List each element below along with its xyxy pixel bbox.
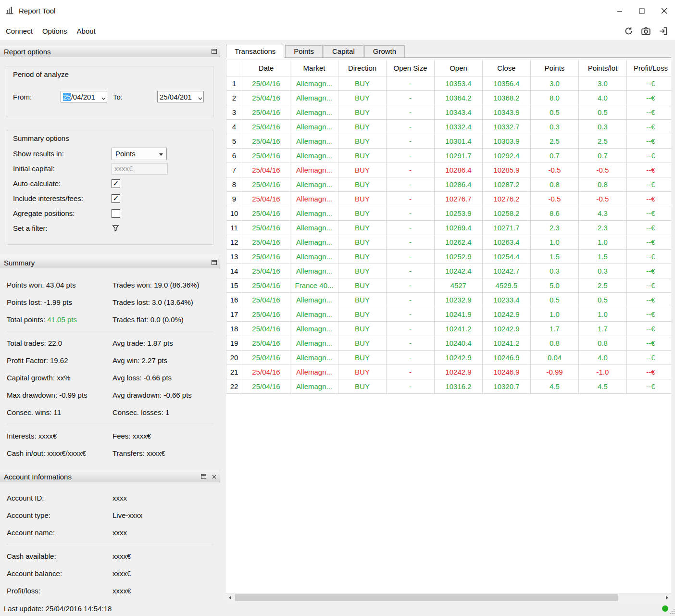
direction-cell: BUY [338, 293, 387, 307]
account-row: Account ID: xxxx [0, 489, 220, 506]
to-date-select[interactable]: 25/04/201 [157, 91, 204, 102]
last-update-text: Last update: 25/04/2016 14:54:18 [4, 604, 112, 613]
app-icon [5, 5, 14, 16]
table-row[interactable]: 20 25/04/16 Allemagn... BUY - 10242.9 10… [226, 351, 672, 365]
market-cell: Allemagn... [290, 163, 338, 177]
menu-item[interactable]: Options [38, 24, 72, 38]
report-options-header[interactable]: Report options [0, 46, 220, 57]
table-row[interactable]: 6 25/04/16 Allemagn... BUY - 10291.7 102… [226, 149, 672, 163]
table-header-cell[interactable]: Close [483, 60, 531, 76]
table-row[interactable]: 10 25/04/16 Allemagn... BUY - 10253.9 10… [226, 206, 672, 221]
table-header-cell[interactable]: Market [290, 60, 338, 76]
summary-body: Points won: 43.04 pts Trades won: 19.0 (… [0, 268, 220, 468]
filter-icon[interactable] [112, 224, 120, 232]
direction-cell: BUY [338, 250, 387, 264]
close-button[interactable] [653, 0, 675, 22]
open-cell: 10262.4 [435, 235, 483, 250]
table-header-cell[interactable]: Profit/Loss [627, 60, 672, 76]
tab[interactable]: Transactions [226, 45, 284, 58]
date-cell: 25/04/16 [242, 351, 290, 365]
include-interests-checkbox[interactable] [112, 194, 120, 203]
table-body: 1 25/04/16 Allemagn... BUY - 10353.4 103… [226, 76, 672, 394]
table-row[interactable]: 17 25/04/16 Allemagn... BUY - 10241.9 10… [226, 307, 672, 322]
tab[interactable]: Points [285, 45, 323, 57]
date-cell: 25/04/16 [242, 134, 290, 149]
divider [7, 331, 213, 331]
menu-item[interactable]: About [72, 24, 100, 38]
profit-loss-cell: --€ [627, 206, 672, 221]
date-text: /04/201 [71, 93, 95, 101]
float-panel-icon[interactable] [211, 259, 217, 266]
tab[interactable]: Growth [364, 45, 405, 57]
table-row[interactable]: 12 25/04/16 Allemagn... BUY - 10262.4 10… [226, 235, 672, 250]
table-header-cell[interactable] [226, 60, 242, 76]
table-row[interactable]: 14 25/04/16 Allemagn... BUY - 10242.4 10… [226, 264, 672, 278]
table-header-cell[interactable]: Direction [338, 60, 387, 76]
auto-calculate-checkbox[interactable] [112, 179, 120, 188]
table-row[interactable]: 18 25/04/16 Allemagn... BUY - 10241.2 10… [226, 322, 672, 336]
resize-grip[interactable] [670, 607, 675, 616]
maximize-button[interactable] [631, 0, 653, 22]
table-row[interactable]: 7 25/04/16 Allemagn... BUY - 10286.4 102… [226, 163, 672, 177]
agregate-positions-checkbox[interactable] [112, 209, 120, 218]
float-panel-icon[interactable] [211, 48, 217, 55]
export-icon[interactable] [657, 25, 669, 37]
show-results-select[interactable]: Points [112, 148, 167, 160]
table-header-cell[interactable]: Points/lot [579, 60, 627, 76]
table-row[interactable]: 8 25/04/16 Allemagn... BUY - 10286.4 102… [226, 177, 672, 192]
direction-cell: BUY [338, 91, 387, 105]
open-size-cell: - [387, 149, 435, 163]
table-row[interactable]: 1 25/04/16 Allemagn... BUY - 10353.4 103… [226, 76, 672, 91]
profit-loss-cell: --€ [627, 192, 672, 206]
camera-icon[interactable] [639, 25, 652, 37]
menu-item[interactable]: Connect [1, 24, 38, 38]
open-size-cell: - [387, 379, 435, 394]
table-row[interactable]: 9 25/04/16 Allemagn... BUY - 10276.7 102… [226, 192, 672, 206]
float-panel-icon[interactable] [200, 473, 207, 480]
table-row[interactable]: 11 25/04/16 Allemagn... BUY - 10269.4 10… [226, 221, 672, 235]
open-cell: 10242.4 [435, 264, 483, 278]
menubar: ConnectOptionsAbout [0, 22, 675, 40]
transactions-table: DateMarketDirectionOpen SizeOpenClosePoi… [226, 60, 671, 394]
points-cell: 2.3 [531, 221, 579, 235]
tab[interactable]: Capital [324, 45, 363, 57]
initial-capital-input[interactable] [112, 163, 168, 175]
table-row[interactable]: 21 25/04/16 Allemagn... BUY - 10242.9 10… [226, 365, 672, 379]
close-panel-icon[interactable] [211, 473, 217, 480]
points-lot-cell: 0.3 [579, 120, 627, 134]
table-row[interactable]: 22 25/04/16 Allemagn... BUY - 10316.2 10… [226, 379, 672, 394]
horizontal-scrollbar[interactable] [226, 593, 671, 601]
scroll-right-arrow-icon[interactable] [663, 593, 671, 602]
refresh-icon[interactable] [622, 25, 635, 37]
table-row[interactable]: 3 25/04/16 Allemagn... BUY - 10343.4 103… [226, 105, 672, 120]
table-row[interactable]: 15 25/04/16 France 40... BUY - 4527 4529… [226, 278, 672, 293]
close-cell: 10263.4 [483, 235, 531, 250]
date-cell: 25/04/16 [242, 120, 290, 134]
summary-header[interactable]: Summary [0, 257, 220, 268]
minimize-button[interactable] [609, 0, 631, 22]
table-header-cell[interactable]: Open Size [387, 60, 435, 76]
account-informations-header[interactable]: Account Informations [0, 471, 220, 482]
table-header-cell[interactable]: Open [435, 60, 483, 76]
profit-loss-cell: --€ [627, 278, 672, 293]
scrollbar-thumb[interactable] [235, 594, 618, 601]
profit-loss-cell: --€ [627, 264, 672, 278]
from-date-select[interactable]: 25/04/201 [61, 91, 107, 102]
panel-title: Report options [4, 48, 51, 56]
table-row[interactable]: 5 25/04/16 Allemagn... BUY - 10301.4 103… [226, 134, 672, 149]
chevron-down-icon [159, 153, 163, 156]
points-lot-cell: 1.7 [579, 322, 627, 336]
summary-panel: Summary Points won: 43.04 pts Trades won… [0, 257, 220, 468]
table-row[interactable]: 19 25/04/16 Allemagn... BUY - 10240.4 10… [226, 336, 672, 351]
scroll-left-arrow-icon[interactable] [226, 593, 234, 602]
titlebar: Report Tool [0, 0, 675, 22]
table-header-cell[interactable]: Points [531, 60, 579, 76]
table-row[interactable]: 2 25/04/16 Allemagn... BUY - 10364.2 103… [226, 91, 672, 105]
row-number-cell: 9 [226, 192, 242, 206]
table-row[interactable]: 16 25/04/16 Allemagn... BUY - 10232.9 10… [226, 293, 672, 307]
table-row[interactable]: 4 25/04/16 Allemagn... BUY - 10332.4 103… [226, 120, 672, 134]
row-number-cell: 14 [226, 264, 242, 278]
table-header-cell[interactable]: Date [242, 60, 290, 76]
table-row[interactable]: 13 25/04/16 Allemagn... BUY - 10252.9 10… [226, 250, 672, 264]
points-cell: 1.0 [531, 235, 579, 250]
